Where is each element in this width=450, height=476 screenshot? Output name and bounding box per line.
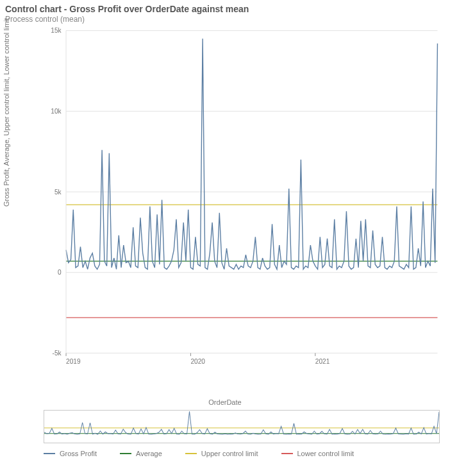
legend: Gross Profit Average Upper control limit…: [44, 450, 440, 457]
svg-text:2019: 2019: [66, 358, 81, 365]
svg-text:2021: 2021: [315, 358, 330, 365]
x-axis-label: OrderDate: [5, 398, 445, 406]
svg-text:15k: 15k: [51, 28, 62, 34]
line-swatch: [120, 453, 131, 454]
chart-title: Control chart - Gross Profit over OrderD…: [5, 4, 445, 14]
svg-text:0: 0: [58, 269, 62, 276]
legend-label: Lower control limit: [297, 450, 354, 457]
line-swatch: [44, 453, 55, 454]
overview-chart[interactable]: [44, 410, 440, 443]
legend-label: Average: [136, 450, 162, 457]
svg-text:-5k: -5k: [53, 350, 62, 357]
main-chart[interactable]: Gross Profit, Average, Upper control lim…: [5, 28, 445, 393]
legend-label: Gross Profit: [60, 450, 97, 457]
legend-average: Average: [120, 450, 162, 457]
legend-ucl: Upper control limit: [185, 450, 258, 457]
chart-canvas: -5k05k10k15k201920202021: [44, 28, 441, 374]
legend-lcl: Lower control limit: [281, 450, 354, 457]
chart-subtitle: Process control (mean): [5, 15, 445, 24]
svg-text:2020: 2020: [190, 358, 205, 365]
legend-label: Upper control limit: [201, 450, 258, 457]
line-swatch: [185, 453, 197, 454]
line-swatch: [281, 453, 293, 454]
y-axis-label: Gross Profit, Average, Upper control lim…: [3, 18, 10, 207]
legend-gross-profit: Gross Profit: [44, 450, 97, 457]
svg-text:5k: 5k: [54, 189, 62, 196]
svg-text:10k: 10k: [51, 108, 62, 115]
